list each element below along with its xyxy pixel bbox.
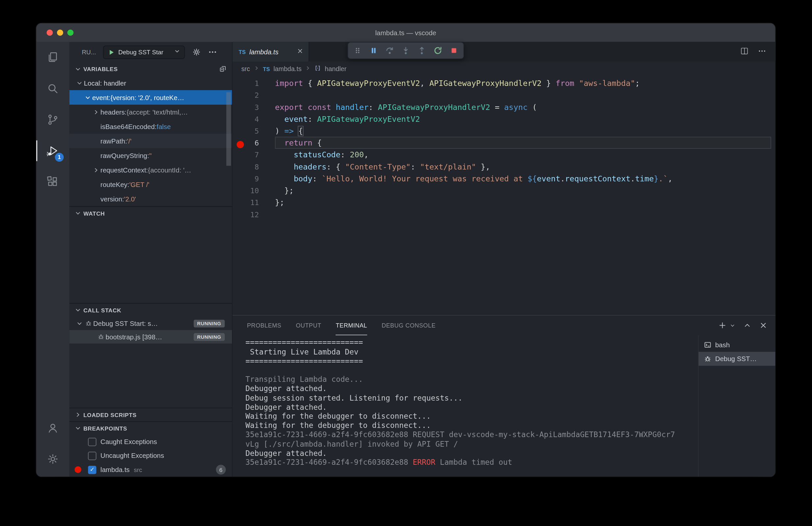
terminal-tab-bash[interactable]: bash — [698, 338, 775, 352]
variable-row[interactable]: version: '2.0' — [69, 191, 232, 206]
desktop: lambda.ts — vscode 1 — [0, 0, 812, 526]
editor-gutter[interactable]: 3 — [233, 103, 275, 111]
panel-tab-terminal[interactable]: TERMINAL — [336, 316, 367, 336]
variable-row[interactable]: event: {version: '2.0', routeKe… — [69, 90, 232, 105]
editor-gutter[interactable]: 8 — [233, 162, 275, 171]
variable-text: false — [157, 123, 171, 130]
maximize-panel-button[interactable] — [743, 321, 752, 329]
breakpoint-row[interactable]: Caught Exceptions — [69, 435, 232, 449]
code-line[interactable]: 5) => { — [233, 125, 775, 137]
code-line[interactable]: 7 statusCode: 200, — [233, 149, 775, 161]
call-stack-row[interactable]: bootstrap.js [398…RUNNING — [69, 330, 232, 344]
minimize-window-button[interactable] — [57, 30, 63, 36]
close-tab-icon[interactable] — [297, 47, 303, 56]
checkbox[interactable]: ✓ — [88, 466, 97, 474]
breakpoint-row[interactable]: Uncaught Exceptions — [69, 449, 232, 463]
checkbox[interactable] — [88, 452, 97, 460]
step-over-button[interactable] — [382, 43, 398, 58]
editor-gutter[interactable]: 6 — [233, 139, 275, 147]
terminal-profile-dropdown-icon[interactable] — [730, 323, 735, 328]
editor-gutter[interactable]: 10 — [233, 186, 275, 195]
watch-section-header[interactable]: WATCH — [69, 206, 232, 219]
code-editor[interactable]: 1import { APIGatewayProxyEventV2, APIGat… — [233, 76, 775, 315]
editor-gutter[interactable]: 9 — [233, 174, 275, 183]
running-badge: RUNNING — [193, 319, 225, 327]
variables-section-header[interactable]: VARIABLES — [69, 62, 232, 76]
checkbox[interactable] — [88, 438, 97, 446]
zoom-window-button[interactable] — [68, 30, 74, 36]
sidebar-item-explorer[interactable] — [36, 42, 69, 73]
editor-gutter[interactable]: 5 — [233, 127, 275, 135]
variable-row[interactable]: isBase64Encoded: false — [69, 119, 232, 134]
variable-row[interactable]: requestContext: {accountId: '… — [69, 162, 232, 177]
code-line[interactable]: 10 }; — [233, 184, 775, 196]
breakpoint-dot[interactable] — [236, 141, 244, 148]
stop-button[interactable] — [446, 43, 462, 58]
terminal-output[interactable]: ========================== Starting Live… — [233, 335, 698, 477]
drag-grip-icon[interactable] — [349, 43, 365, 58]
variable-text: event: — [92, 94, 111, 101]
sidebar-item-source-control[interactable] — [36, 104, 69, 135]
line-number: 12 — [250, 210, 259, 218]
variables-tree: Local: handlerevent: {version: '2.0', ro… — [69, 76, 232, 207]
split-editor-button[interactable] — [740, 46, 749, 57]
account-button[interactable] — [36, 412, 69, 443]
loaded-scripts-section-header[interactable]: LOADED SCRIPTS — [69, 408, 232, 421]
code-line[interactable]: 3export const handler: APIGatewayProxyHa… — [233, 101, 775, 113]
sidebar-item-extensions[interactable] — [36, 166, 69, 197]
editor-more-actions-button[interactable] — [758, 46, 767, 57]
editor-gutter[interactable]: 4 — [233, 115, 275, 123]
close-window-button[interactable] — [47, 30, 53, 36]
panel-tab-output[interactable]: OUTPUT — [296, 316, 321, 336]
restart-button[interactable] — [430, 43, 446, 58]
code-line[interactable]: 9 body: `Hello, World! Your request was … — [233, 172, 775, 184]
terminal-tab-debug-sst-[interactable]: Debug SST… — [698, 352, 775, 366]
code-line[interactable]: 4 event: APIGatewayProxyEventV2 — [233, 113, 775, 125]
panel-tab-bar: PROBLEMSOUTPUTTERMINALDEBUG CONSOLE — [233, 316, 775, 336]
editor-gutter[interactable]: 2 — [233, 91, 275, 99]
sidebar-more-actions-button[interactable] — [208, 48, 217, 57]
sidebar-item-run-debug[interactable]: 1 — [36, 135, 69, 166]
sidebar-item-search[interactable] — [36, 73, 69, 104]
collapse-all-button[interactable] — [219, 65, 227, 73]
variable-row[interactable]: routeKey: 'GET /' — [69, 177, 232, 191]
variable-row[interactable]: headers: {accept: 'text/html,… — [69, 105, 232, 119]
variable-row[interactable]: rawQueryString: '' — [69, 148, 232, 162]
start-debug-icon[interactable] — [108, 48, 115, 56]
breadcrumb[interactable]: src TS lambda.ts handler — [233, 61, 775, 76]
breakpoints-section-header[interactable]: BREAKPOINTS — [69, 421, 232, 435]
code-line[interactable]: 11}; — [233, 197, 775, 208]
editor-gutter[interactable]: 12 — [233, 210, 275, 218]
editor-gutter[interactable]: 1 — [233, 79, 275, 87]
editor-gutter[interactable]: 7 — [233, 151, 275, 159]
panel-tab-debug-console[interactable]: DEBUG CONSOLE — [382, 316, 436, 336]
settings-gear-button[interactable] — [36, 443, 69, 474]
breadcrumb-item-src[interactable]: src — [241, 65, 250, 72]
call-stack-row[interactable]: Debug SST Start: s…RUNNING — [69, 317, 232, 330]
debug-config-dropdown[interactable]: Debug SST Star — [103, 45, 185, 59]
terminal-line: ========================== — [245, 338, 698, 347]
source-control-icon — [46, 113, 60, 126]
call-stack-section-header[interactable]: CALL STACK — [69, 303, 232, 317]
pause-button[interactable] — [365, 43, 382, 58]
breakpoint-row[interactable]: ✓lambda.tssrc6 — [69, 463, 232, 477]
code-line[interactable]: 6 return { — [233, 137, 775, 149]
panel-tab-problems[interactable]: PROBLEMS — [247, 316, 281, 336]
variable-row[interactable]: rawPath: '/' — [69, 134, 232, 148]
breadcrumb-item-symbol[interactable]: handler — [325, 65, 346, 72]
code-line[interactable]: 1import { APIGatewayProxyEventV2, APIGat… — [233, 77, 775, 89]
new-terminal-button[interactable] — [718, 321, 726, 329]
variable-row[interactable]: Local: handler — [69, 76, 232, 90]
close-panel-button[interactable] — [759, 321, 767, 329]
code-line[interactable]: 8 headers: { "Content-Type": "text/plain… — [233, 161, 775, 172]
step-into-button[interactable] — [398, 43, 414, 58]
scrollbar-thumb[interactable] — [226, 92, 231, 166]
tab-lambda-ts[interactable]: TS lambda.ts — [233, 42, 309, 61]
account-icon — [46, 421, 60, 435]
step-out-button[interactable] — [414, 43, 430, 58]
code-line[interactable]: 12 — [233, 208, 775, 220]
breadcrumb-item-file[interactable]: lambda.ts — [273, 65, 301, 72]
editor-gutter[interactable]: 11 — [233, 198, 275, 207]
code-line[interactable]: 2 — [233, 89, 775, 101]
debug-settings-gear-button[interactable] — [192, 48, 201, 57]
